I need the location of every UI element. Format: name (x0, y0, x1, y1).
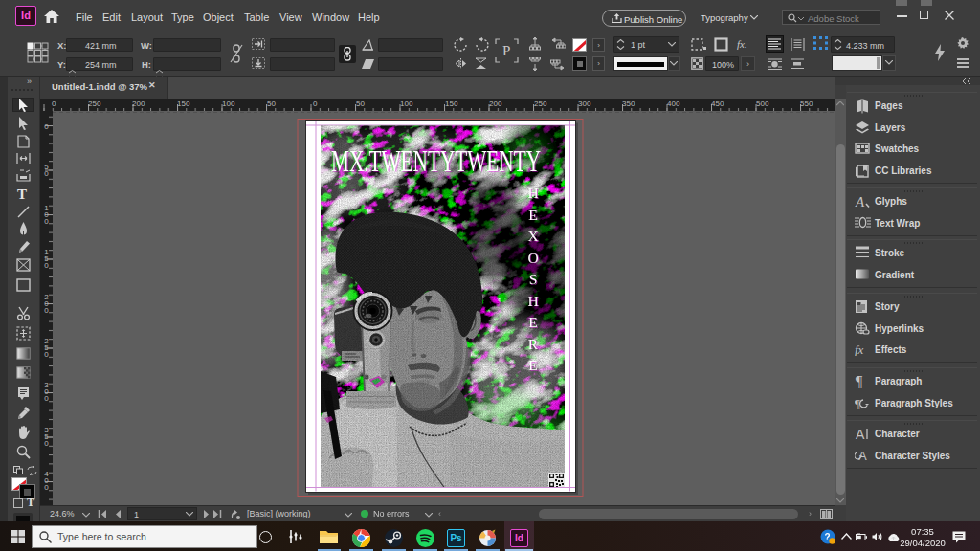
svg-text:O: O (527, 250, 538, 266)
svg-text:H: H (527, 293, 538, 309)
svg-text:S: S (529, 271, 538, 287)
svg-text:A: A (855, 194, 865, 209)
svg-text:R: R (528, 336, 539, 352)
svg-text:E: E (528, 357, 537, 373)
svg-text:E: E (528, 314, 537, 330)
svg-text:¶: ¶ (856, 374, 863, 388)
svg-text:E: E (528, 207, 537, 223)
svg-text:X: X (527, 228, 538, 244)
svg-text:H: H (527, 185, 538, 201)
svg-text:MX.TWENTYTWENTY: MX.TWENTYTWENTY (331, 144, 541, 178)
svg-text:fx: fx (855, 342, 864, 356)
svg-text:P: P (502, 43, 510, 58)
svg-text:A: A (856, 427, 865, 441)
